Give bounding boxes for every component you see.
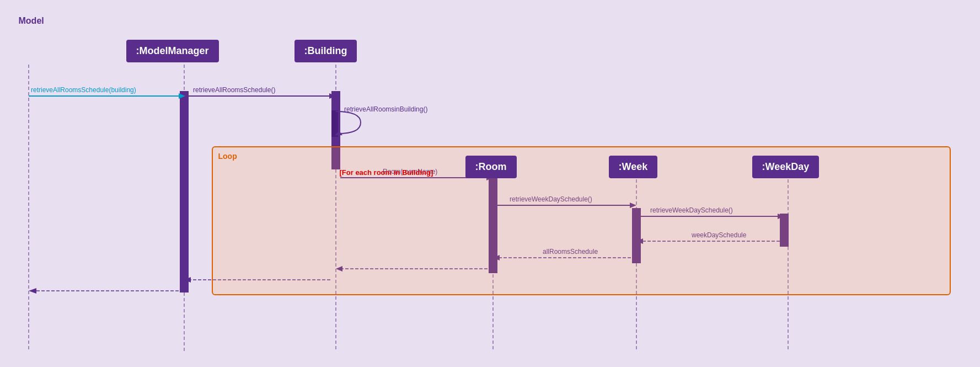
svg-rect-11 xyxy=(180,91,189,292)
svg-text:retrieveAllRoomsinBuilding(): retrieveAllRoomsinBuilding() xyxy=(344,105,427,113)
svg-rect-13 xyxy=(331,110,338,137)
svg-text:retrieveAllRoomsSchedule(build: retrieveAllRoomsSchedule(building) xyxy=(31,86,136,94)
svg-marker-20 xyxy=(329,93,336,99)
loop-label: Loop xyxy=(218,152,237,161)
svg-marker-21 xyxy=(335,131,342,135)
weekday-box: :WeekDay xyxy=(752,156,820,178)
room-box: :Room xyxy=(465,156,517,178)
week-box: :Week xyxy=(609,156,658,178)
diagram-container: Model xyxy=(8,9,973,357)
loop-frame: Loop [For each room in Building] xyxy=(212,146,951,295)
loop-condition: [For each room in Building] xyxy=(340,168,433,177)
svg-marker-35 xyxy=(184,277,191,283)
modelmanager-box: :ModelManager xyxy=(126,40,219,62)
model-label: Model xyxy=(19,16,44,26)
svg-marker-37 xyxy=(29,288,36,294)
building-box: :Building xyxy=(294,40,357,62)
svg-text:retrieveAllRoomsSchedule(): retrieveAllRoomsSchedule() xyxy=(193,86,275,94)
svg-marker-18 xyxy=(179,93,185,99)
